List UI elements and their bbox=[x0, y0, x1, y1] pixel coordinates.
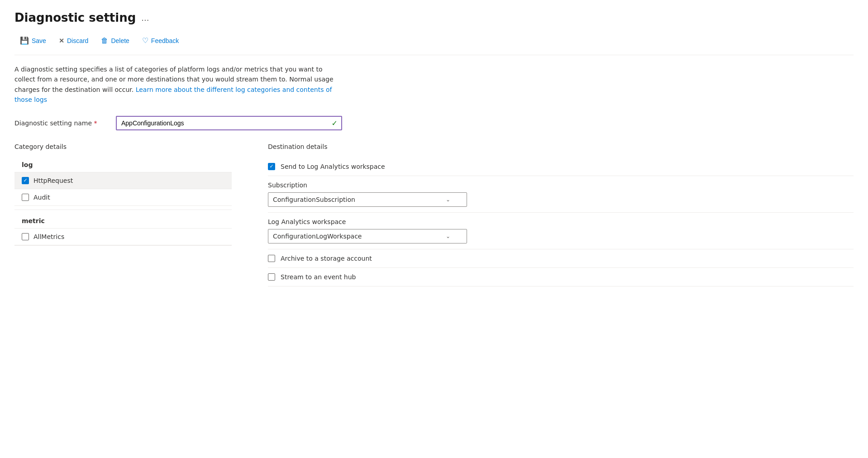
log-analytics-destination: Send to Log Analytics workspace bbox=[268, 157, 854, 176]
archive-storage-label: Archive to a storage account bbox=[281, 255, 372, 262]
page-title: Diagnostic setting bbox=[14, 11, 136, 24]
all-metrics-item: AllMetrics bbox=[14, 229, 232, 245]
metric-header: metric bbox=[14, 214, 232, 229]
description-text: A diagnostic setting specifies a list of… bbox=[14, 64, 340, 105]
archive-storage-destination: Archive to a storage account bbox=[268, 249, 854, 268]
event-hub-label: Stream to an event hub bbox=[281, 273, 356, 281]
destination-details-title: Destination details bbox=[268, 143, 854, 150]
destination-details-panel: Destination details Send to Log Analytic… bbox=[268, 143, 854, 286]
audit-checkbox[interactable] bbox=[22, 194, 29, 201]
audit-item: Audit bbox=[14, 189, 232, 206]
category-details-panel: Category details log HttpRequest Audit m… bbox=[14, 143, 232, 286]
http-request-label: HttpRequest bbox=[33, 177, 73, 184]
audit-label: Audit bbox=[33, 194, 50, 201]
http-request-item: HttpRequest bbox=[14, 172, 232, 189]
all-metrics-label: AllMetrics bbox=[33, 233, 64, 240]
archive-storage-checkbox[interactable] bbox=[268, 255, 275, 262]
main-content: Category details log HttpRequest Audit m… bbox=[14, 143, 854, 286]
input-wrapper: ✓ bbox=[116, 116, 342, 130]
event-hub-checkbox[interactable] bbox=[268, 273, 275, 281]
log-metric-divider bbox=[14, 210, 232, 210]
log-analytics-checkbox[interactable] bbox=[268, 163, 275, 170]
log-group: log HttpRequest Audit bbox=[14, 157, 232, 206]
http-request-checkbox[interactable] bbox=[22, 177, 29, 184]
save-icon: 💾 bbox=[20, 36, 29, 45]
feedback-icon: ♡ bbox=[142, 36, 148, 45]
feedback-button[interactable]: ♡ Feedback bbox=[137, 33, 184, 48]
workspace-chevron-icon: ⌄ bbox=[446, 233, 450, 239]
metrics-bottom-divider bbox=[14, 245, 232, 246]
event-hub-destination: Stream to an event hub bbox=[268, 268, 854, 286]
subscription-value: ConfigurationSubscription bbox=[273, 196, 355, 203]
metric-group: metric AllMetrics bbox=[14, 214, 232, 245]
workspace-select[interactable]: ConfigurationLogWorkspace ⌄ bbox=[268, 229, 467, 243]
save-button[interactable]: 💾 Save bbox=[14, 33, 52, 48]
toolbar: 💾 Save ✕ Discard 🗑 Delete ♡ Feedback bbox=[14, 33, 854, 55]
required-marker: * bbox=[94, 119, 97, 127]
diagnostic-name-field: Diagnostic setting name * ✓ bbox=[14, 116, 854, 130]
delete-button[interactable]: 🗑 Delete bbox=[95, 34, 134, 48]
discard-icon: ✕ bbox=[59, 37, 64, 44]
workspace-section: Log Analytics workspace ConfigurationLog… bbox=[268, 213, 854, 249]
subscription-label: Subscription bbox=[268, 181, 854, 189]
subscription-section: Subscription ConfigurationSubscription ⌄ bbox=[268, 176, 854, 213]
subscription-chevron-icon: ⌄ bbox=[446, 196, 450, 203]
log-analytics-label: Send to Log Analytics workspace bbox=[281, 163, 385, 170]
valid-check-icon: ✓ bbox=[332, 119, 338, 127]
category-details-title: Category details bbox=[14, 143, 232, 150]
discard-button[interactable]: ✕ Discard bbox=[53, 34, 94, 47]
subscription-select[interactable]: ConfigurationSubscription ⌄ bbox=[268, 192, 467, 207]
diagnostic-name-input[interactable] bbox=[116, 116, 342, 130]
all-metrics-checkbox[interactable] bbox=[22, 233, 29, 240]
workspace-label: Log Analytics workspace bbox=[268, 218, 854, 225]
log-header: log bbox=[14, 157, 232, 172]
field-label: Diagnostic setting name * bbox=[14, 119, 105, 127]
page-title-ellipsis: ... bbox=[141, 13, 149, 23]
delete-icon: 🗑 bbox=[101, 37, 108, 45]
workspace-value: ConfigurationLogWorkspace bbox=[273, 233, 362, 240]
